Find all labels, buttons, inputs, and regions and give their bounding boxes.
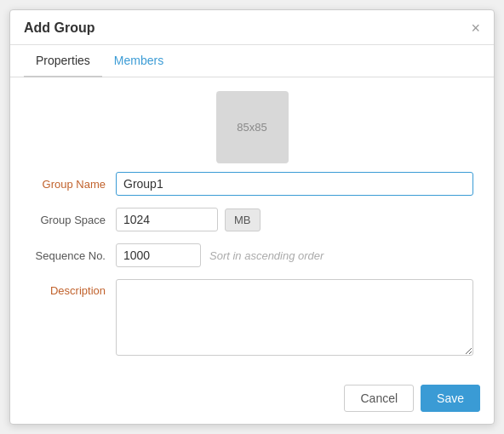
group-image-placeholder[interactable]: 85x85 — [216, 91, 289, 163]
dialog-footer: Cancel Save — [10, 376, 494, 424]
save-button[interactable]: Save — [421, 385, 480, 412]
dialog-header: Add Group × — [10, 10, 494, 45]
group-space-unit: MB — [225, 208, 261, 231]
dialog-body: Properties Members 85x85 Group Name Grou… — [10, 45, 494, 376]
group-space-input[interactable] — [116, 208, 218, 231]
add-group-dialog: Add Group × Properties Members 85x85 Gro… — [9, 9, 495, 425]
tab-properties[interactable]: Properties — [24, 45, 102, 77]
cancel-button[interactable]: Cancel — [344, 385, 414, 412]
description-row: Description — [31, 279, 473, 356]
tabs-bar: Properties Members — [10, 45, 494, 77]
sequence-label: Sequence No. — [31, 249, 116, 262]
description-textarea[interactable] — [116, 279, 473, 356]
sequence-hint: Sort in ascending order — [209, 249, 324, 262]
tab-members[interactable]: Members — [102, 45, 175, 77]
sequence-input[interactable] — [116, 243, 201, 267]
group-name-label: Group Name — [31, 178, 116, 191]
sequence-row: Sequence No. Sort in ascending order — [31, 243, 473, 267]
group-name-row: Group Name — [31, 172, 473, 196]
group-space-label: Group Space — [31, 214, 116, 226]
close-button[interactable]: × — [471, 20, 480, 36]
dialog-title: Add Group — [24, 20, 95, 36]
description-label: Description — [31, 279, 116, 297]
group-name-input[interactable] — [116, 172, 473, 196]
group-space-row: Group Space MB — [31, 208, 473, 231]
form-section: Group Name Group Space MB Sequence No. S… — [10, 172, 494, 356]
